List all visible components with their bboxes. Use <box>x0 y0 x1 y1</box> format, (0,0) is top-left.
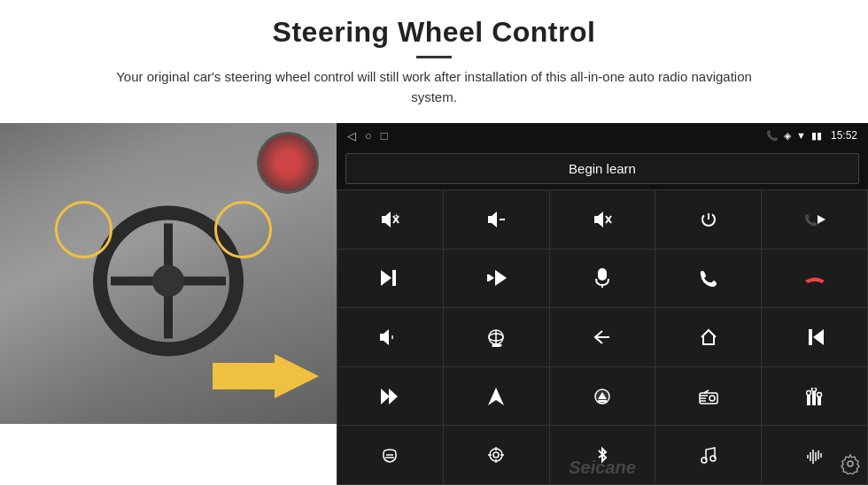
svg-rect-43 <box>812 391 816 405</box>
svg-marker-18 <box>495 270 507 286</box>
svg-rect-35 <box>598 400 607 403</box>
svg-rect-15 <box>392 270 396 286</box>
right-control-highlight <box>214 201 272 258</box>
svg-rect-44 <box>818 396 821 405</box>
grid-360[interactable]: 360° <box>444 308 549 366</box>
control-grid: + 📞 <box>337 189 868 485</box>
svg-text:360°: 360° <box>492 343 501 347</box>
svg-marker-0 <box>213 354 319 398</box>
svg-marker-5 <box>488 212 497 227</box>
subtitle-text: Your original car's steering wheel contr… <box>115 67 753 107</box>
svg-point-37 <box>709 396 715 401</box>
title-divider <box>416 56 452 58</box>
svg-point-64 <box>848 461 853 466</box>
svg-marker-13 <box>818 215 825 224</box>
grid-vol-up[interactable]: + <box>337 190 443 249</box>
car-image <box>0 123 337 424</box>
wifi-status-icon: ▼ <box>796 130 806 141</box>
recent-nav-icon[interactable]: □ <box>381 129 388 142</box>
location-status-icon: ◈ <box>784 130 791 142</box>
status-right-area: 📞 ◈ ▼ ▮▮ 15:52 <box>766 129 857 142</box>
svg-point-50 <box>490 449 502 461</box>
begin-learn-button[interactable]: Begin learn <box>345 153 859 184</box>
grid-settings-btn[interactable] <box>444 426 549 484</box>
grid-call[interactable] <box>655 250 761 308</box>
svg-point-46 <box>811 388 816 392</box>
home-nav-icon[interactable]: ○ <box>365 129 372 142</box>
status-nav-icons: ◁ ○ □ <box>347 129 388 142</box>
grid-next-track[interactable] <box>337 250 443 308</box>
arrow-indicator <box>213 354 319 402</box>
clock-display: 15:52 <box>831 129 857 142</box>
svg-point-47 <box>817 392 821 396</box>
grid-skip-forward[interactable] <box>444 250 549 308</box>
svg-marker-7 <box>594 212 603 227</box>
grid-mute[interactable] <box>550 190 655 249</box>
grid-prev-track[interactable] <box>762 308 867 366</box>
svg-rect-19 <box>599 269 606 280</box>
grid-home[interactable] <box>655 308 761 366</box>
svg-marker-30 <box>381 389 390 404</box>
grid-hang-up[interactable] <box>762 250 867 308</box>
svg-point-45 <box>806 390 810 395</box>
grid-navigate[interactable] <box>444 367 549 426</box>
settings-corner-icon[interactable] <box>840 453 861 480</box>
begin-learn-row: Begin learn <box>337 148 868 189</box>
svg-text:+: + <box>394 212 399 219</box>
grid-phone-next[interactable]: 📞 <box>762 190 867 249</box>
svg-marker-21 <box>380 329 389 345</box>
svg-marker-29 <box>813 329 824 345</box>
grid-mic2[interactable] <box>337 426 443 484</box>
grid-music[interactable] <box>655 426 761 484</box>
grid-mic[interactable] <box>550 250 655 308</box>
grid-fast-forward[interactable] <box>337 367 443 426</box>
grid-eject[interactable] <box>550 367 655 426</box>
grid-speaker[interactable] <box>337 308 443 366</box>
content-area: ◁ ○ □ 📞 ◈ ▼ ▮▮ 15:52 Begin learn <box>0 123 868 485</box>
android-screen: ◁ ○ □ 📞 ◈ ▼ ▮▮ 15:52 Begin learn <box>337 123 868 485</box>
svg-rect-28 <box>809 329 812 345</box>
phone-status-icon: 📞 <box>766 130 779 142</box>
grid-bluetooth[interactable] <box>550 426 655 484</box>
svg-marker-17 <box>489 274 494 281</box>
grid-radio[interactable] <box>655 367 761 426</box>
status-bar: ◁ ○ □ 📞 ◈ ▼ ▮▮ 15:52 <box>337 123 868 148</box>
back-nav-icon[interactable]: ◁ <box>347 129 356 142</box>
grid-equalizer[interactable] <box>762 367 867 426</box>
svg-marker-1 <box>382 212 391 227</box>
svg-marker-14 <box>381 270 391 286</box>
page-title: Steering Wheel Control <box>35 16 833 49</box>
svg-text:📞: 📞 <box>804 213 818 227</box>
grid-power[interactable] <box>655 190 761 249</box>
grid-back[interactable] <box>550 308 655 366</box>
battery-status-icon: ▮▮ <box>811 130 822 142</box>
left-control-highlight <box>55 201 112 258</box>
grid-vol-down[interactable] <box>444 190 549 249</box>
header: Steering Wheel Control Your original car… <box>0 0 868 114</box>
svg-marker-32 <box>488 388 504 405</box>
speedometer <box>257 132 319 194</box>
page: Steering Wheel Control Your original car… <box>0 0 868 485</box>
svg-point-51 <box>493 452 499 458</box>
svg-marker-31 <box>389 389 398 404</box>
sw-center <box>152 266 184 297</box>
svg-rect-42 <box>807 395 810 405</box>
